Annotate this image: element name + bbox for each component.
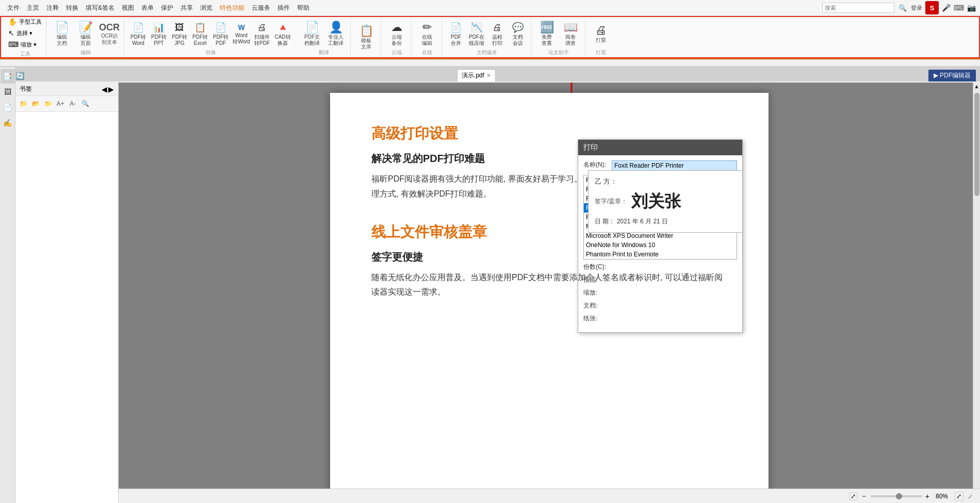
login-button[interactable]: 登录 xyxy=(911,4,922,12)
date-value: 2021 年 6 月 21 日 xyxy=(617,218,668,225)
bookmark-tool-folder[interactable]: 📁 xyxy=(18,98,29,109)
print-name-input[interactable] xyxy=(612,160,737,171)
remote-print-button[interactable]: 🖨 远程打印 xyxy=(487,20,507,48)
menu-form[interactable]: 表单 xyxy=(138,3,157,13)
zoom-minus-button[interactable]: － xyxy=(860,492,868,501)
tool-group-translate: 📄 PDF文档翻译 👤 专业人工翻译 翻译 xyxy=(298,18,351,56)
free-check-icon: 🆓 xyxy=(540,22,554,33)
online-edit-button[interactable]: ✏ 在线编辑 xyxy=(416,20,438,48)
pdf-to-word-button[interactable]: 📄 PDF转Word xyxy=(128,20,148,48)
cloud-backup-button[interactable]: ☁ 云端备份 xyxy=(385,20,408,48)
zoom-tool-button[interactable]: ⌨ 缩放 ▾ xyxy=(6,39,44,50)
pdf-editor-label: ▶ PDF编辑器 xyxy=(934,71,971,80)
bookmark-tool-open-folder[interactable]: 📂 xyxy=(30,98,41,109)
convert-group-label: 转换 xyxy=(206,49,216,56)
search-input[interactable] xyxy=(822,3,894,13)
menu-convert[interactable]: 转换 xyxy=(63,3,81,13)
menu-fillsign[interactable]: 填写&签名 xyxy=(83,3,118,13)
print-icon: 🖨 xyxy=(595,25,607,36)
menu-annotate[interactable]: 注释 xyxy=(43,3,62,13)
bookmark-tool-font-larger[interactable]: A+ xyxy=(55,98,66,109)
menu-plugin[interactable]: 插件 xyxy=(274,3,293,13)
tool-group-template: 📋 模板文库 xyxy=(352,18,381,56)
zoom-slider-thumb[interactable] xyxy=(896,493,902,499)
cloud-group-label: 云端 xyxy=(391,49,402,56)
menu-cloud[interactable]: 云服务 xyxy=(249,3,273,13)
ocr-icon: OCR xyxy=(99,23,120,32)
doc-meeting-button[interactable]: 💬 文档会议 xyxy=(508,20,528,48)
tool-group-left: ✋ 手型工具 ↖ 选择 ▾ ⌨ 缩放 ▾ 工具 xyxy=(4,18,46,56)
pdf-to-ppt-label: PDF转PPT xyxy=(151,34,167,46)
word-to-word-button[interactable]: W Word转Word xyxy=(232,20,251,48)
bookmark-panel-toggle[interactable]: 📑 xyxy=(1,69,15,84)
menu-browse[interactable]: 浏览 xyxy=(197,3,216,13)
pdf-merge-button[interactable]: 📄 PDF合并 xyxy=(446,20,466,48)
select-tool-button[interactable]: ↖ 选择 ▾ xyxy=(6,28,44,38)
signature-date: 日 期： 2021 年 6 月 21 日 xyxy=(595,217,736,226)
template-button[interactable]: 📋 模板文库 xyxy=(355,24,378,52)
select-icon: ↖ xyxy=(8,29,14,37)
edit-page-button[interactable]: 📝 编辑页面 xyxy=(74,20,97,48)
thumbnail-panel-toggle[interactable]: 🖼 xyxy=(1,85,15,99)
keyboard-icon[interactable]: ⌨ xyxy=(954,4,964,12)
menu-help[interactable]: 帮助 xyxy=(294,3,313,13)
bookmark-title: 书签 xyxy=(20,85,32,93)
vertical-scrollbar[interactable]: ▲ ▼ xyxy=(973,83,980,503)
zoom-tool-label: 缩放 ▾ xyxy=(21,41,37,48)
survey-icon: 📖 xyxy=(564,22,578,33)
pdf-to-jpg-label: PDF转JPG xyxy=(172,34,187,46)
scroll-thumb[interactable] xyxy=(974,93,979,196)
online-edit-icon: ✏ xyxy=(422,22,432,33)
menu-home[interactable]: 主页 xyxy=(24,3,42,13)
pdf-translate-button[interactable]: 📄 PDF文档翻译 xyxy=(301,20,323,48)
pdf-to-jpg-button[interactable]: 🖼 PDF转JPG xyxy=(170,20,189,48)
zoom-slider[interactable] xyxy=(871,495,922,497)
tool-group-print: 🖨 打窟 打窟 xyxy=(586,18,615,56)
menu-special[interactable]: 特色功能 xyxy=(217,3,248,13)
menu-protect[interactable]: 保护 xyxy=(158,3,176,13)
tool-group-label: 工具 xyxy=(6,51,44,58)
cloud-icon: ☁ xyxy=(391,22,402,33)
mic-icon[interactable]: 🎤 xyxy=(942,4,951,12)
pro-translate-label: 专业人工翻译 xyxy=(328,34,344,46)
scroll-up-button[interactable]: ▲ xyxy=(973,83,980,90)
word-to-word-icon: W xyxy=(238,23,244,31)
bookmark-tool-add-folder[interactable]: 📁 xyxy=(42,98,54,109)
pro-translate-button[interactable]: 👤 专业人工翻译 xyxy=(324,20,347,48)
cad-icon: 🔺 xyxy=(277,22,288,33)
print-dialog-title: 打印 xyxy=(578,140,742,155)
menu-file[interactable]: 文件 xyxy=(4,3,23,13)
layers-panel-toggle[interactable]: 📄 xyxy=(1,100,15,115)
section2-subtitle: 签字更便捷 xyxy=(371,250,727,264)
bookmark-collapse-icon[interactable]: ▶ xyxy=(108,85,114,93)
pdf-compress-button[interactable]: 📉 PDF在线压缩 xyxy=(467,20,486,48)
ribbon-panel: ✋ 手型工具 ↖ 选择 ▾ ⌨ 缩放 ▾ 工具 📄 编辑文档 xyxy=(0,16,980,59)
camera-icon[interactable]: 📷 xyxy=(967,4,976,12)
signature-panel-toggle[interactable]: ✍ xyxy=(1,116,15,130)
fit-page-button[interactable]: ⤢ xyxy=(849,492,857,500)
tab-bar: ☁ 🔄 演示.pdf ✕ ▶ PDF编辑器 xyxy=(0,66,980,82)
cad-converter-button[interactable]: 🔺 CAD转换器 xyxy=(273,20,292,48)
hand-tool-button[interactable]: ✋ 手型工具 xyxy=(6,17,44,27)
print-button[interactable]: 🖨 打窟 xyxy=(590,20,612,48)
pdf-to-pdf-button[interactable]: 📄 PDF转PDF xyxy=(211,20,231,48)
fullscreen-button[interactable]: ⤢ xyxy=(954,492,963,501)
search-icon[interactable]: 🔍 xyxy=(897,3,908,13)
bookmark-tool-search[interactable]: 🔍 xyxy=(79,98,91,109)
file-tab-demo[interactable]: 演示.pdf ✕ xyxy=(457,69,496,82)
bookmark-tool-font-smaller[interactable]: A- xyxy=(67,98,78,109)
scan-to-pdf-button[interactable]: 🖨 扫描件转PDF xyxy=(252,20,272,48)
tab-close-button[interactable]: ✕ xyxy=(486,72,491,79)
bookmark-expand-icon[interactable]: ◀ xyxy=(102,85,107,93)
pdf-to-pdf-icon: 📄 xyxy=(215,22,226,33)
zoom-plus-button[interactable]: + xyxy=(925,492,929,500)
menu-view[interactable]: 视图 xyxy=(119,3,137,13)
menu-share[interactable]: 共享 xyxy=(177,3,196,13)
edit-doc-button[interactable]: 📄 编辑文档 xyxy=(51,20,73,48)
free-check-button[interactable]: 🆓 免费查重 xyxy=(535,20,558,48)
survey-button[interactable]: 📖 阅卷调查 xyxy=(559,20,582,48)
pdf-to-ppt-button[interactable]: 📊 PDF转PPT xyxy=(149,20,169,48)
tool-group-academic: 🆓 免费查重 📖 阅卷调查 论文助手 xyxy=(532,18,585,56)
ocr-button[interactable]: OCR OCR识别文本 xyxy=(98,20,121,48)
pdf-to-excel-button[interactable]: 📋 PDF转Excel xyxy=(190,20,210,48)
